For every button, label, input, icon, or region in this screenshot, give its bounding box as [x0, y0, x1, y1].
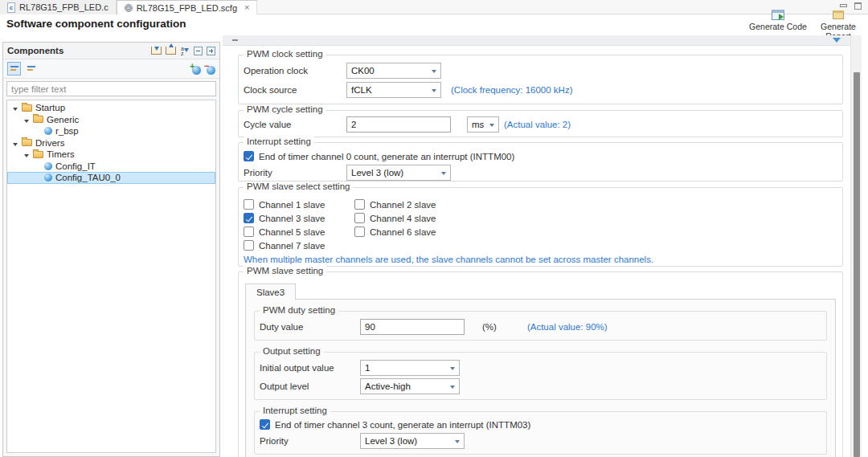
folder-icon — [33, 151, 43, 158]
group-legend: PWM slave setting — [244, 266, 326, 275]
generate-report-button[interactable]: Generate Report — [809, 8, 868, 32]
components-tree: Startup Generic r_bsp Drivers Timers — [6, 100, 216, 453]
initial-output-value-select[interactable]: 1 — [360, 360, 460, 376]
group-legend: Interrupt setting — [260, 406, 330, 415]
tree-item-r-bsp[interactable]: r_bsp — [7, 125, 215, 137]
channel-1-slave-checkbox[interactable] — [244, 199, 254, 210]
output-setting-group: Output setting Initial output value 1 Ou… — [254, 352, 827, 400]
output-level-select[interactable]: Active-high — [360, 378, 460, 394]
section-header-strip — [223, 35, 850, 46]
close-icon[interactable]: × — [244, 3, 249, 12]
component-icon — [44, 173, 52, 182]
view-components-icon[interactable] — [7, 62, 21, 75]
scrollbar-thumb[interactable] — [854, 72, 860, 457]
tab-label: RL78G15_FPB_LED.c — [19, 2, 108, 12]
components-panel: Components + − Startup — [2, 42, 220, 457]
tab-scfg-file[interactable]: RL78G15_FPB_LED.scfg × — [117, 0, 258, 14]
slave-interrupt-enable-label: End of timer channel 3 count, generate a… — [275, 420, 530, 430]
import-icon[interactable] — [151, 47, 162, 55]
collapse-section-icon[interactable] — [833, 38, 841, 43]
tree-item-config-tau0-0[interactable]: Config_TAU0_0 — [7, 172, 215, 184]
interrupt-enable-label: End of timer channel 0 count, generate a… — [259, 152, 514, 161]
output-level-label: Output level — [260, 382, 360, 391]
operation-clock-label: Operation clock — [244, 66, 346, 75]
group-legend: PWM clock setting — [244, 49, 326, 59]
editor-tab-bar: c RL78G15_FPB_LED.c RL78G15_FPB_LED.scfg… — [0, 0, 868, 14]
c-file-icon: c — [7, 2, 15, 13]
chevron-down-icon[interactable] — [13, 103, 20, 112]
chevron-down-icon — [489, 124, 494, 127]
tab-label: RL78G15_FPB_LED.scfg — [137, 3, 237, 13]
chevron-down-icon — [432, 70, 436, 73]
filter-input[interactable] — [6, 81, 216, 96]
editor-header: Software component configuration Generat… — [0, 14, 868, 35]
vertical-scrollbar[interactable] — [850, 35, 862, 457]
priority-select[interactable]: Level 3 (low) — [346, 165, 451, 181]
group-legend: PWM slave select setting — [244, 182, 353, 191]
channel-4-slave: Channel 4 slave — [350, 211, 461, 225]
components-title: Components — [7, 46, 63, 55]
group-legend: PWM duty setting — [260, 305, 338, 315]
remove-component-icon[interactable]: − — [204, 63, 215, 75]
components-toolbar: + − — [3, 59, 219, 79]
slave-interrupt-enable-checkbox[interactable] — [260, 419, 270, 430]
chevron-down-icon — [450, 386, 455, 389]
slave-select-note: When multiple master channels are used, … — [244, 255, 842, 264]
clock-frequency-note: (Clock frequency: 16000 kHz) — [451, 85, 572, 95]
interrupt-enable-checkbox[interactable] — [244, 151, 254, 161]
duty-value-input[interactable] — [360, 319, 465, 335]
duty-value-label: Duty value — [260, 322, 360, 332]
add-component-icon[interactable]: + — [190, 63, 201, 75]
generate-report-icon — [833, 10, 844, 19]
chevron-down-icon[interactable] — [24, 149, 31, 159]
export-icon[interactable] — [166, 47, 176, 55]
channel-7-slave: Channel 7 slave — [239, 239, 350, 252]
cycle-value-input[interactable] — [346, 116, 451, 133]
channel-3-slave: Channel 3 slave — [239, 211, 350, 225]
generate-code-icon — [772, 10, 784, 20]
cycle-actual-value-note: (Actual value: 2) — [504, 120, 571, 129]
tree-item-drivers[interactable]: Drivers — [7, 137, 215, 149]
components-panel-header: Components — [3, 43, 219, 59]
folder-icon — [22, 139, 32, 146]
channel-7-slave-checkbox[interactable] — [244, 240, 254, 251]
sort-az-icon[interactable] — [180, 46, 190, 55]
channel-5-slave-checkbox[interactable] — [244, 226, 254, 237]
cycle-unit-select[interactable]: ms — [467, 116, 499, 133]
tree-item-config-it[interactable]: Config_IT — [7, 161, 215, 173]
chevron-down-icon[interactable] — [13, 138, 20, 148]
component-icon — [44, 127, 52, 135]
tree-item-startup[interactable]: Startup — [7, 102, 215, 114]
component-icon — [44, 162, 52, 170]
duty-unit-label: (%) — [482, 322, 497, 332]
operation-clock-select[interactable]: CK00 — [346, 63, 441, 79]
channel-2-slave: Channel 2 slave — [350, 198, 461, 211]
generate-code-button[interactable]: Generate Code — [746, 8, 810, 32]
tree-item-timers[interactable]: Timers — [7, 149, 215, 161]
pwm-clock-setting-group: PWM clock setting Operation clock CK00 C… — [238, 55, 843, 104]
pwm-slave-setting-group: PWM slave setting Slave3 PWM duty settin… — [238, 271, 843, 457]
interrupt-setting-group: Interrupt setting End of timer channel 0… — [238, 142, 843, 182]
priority-label: Priority — [244, 168, 346, 177]
expand-all-icon[interactable] — [207, 47, 215, 55]
pwm-cycle-setting-group: PWM cycle setting Cycle value ms (Actual… — [238, 110, 843, 137]
channel-2-slave-checkbox[interactable] — [354, 199, 365, 210]
tab-slave3[interactable]: Slave3 — [245, 284, 296, 300]
clock-source-select[interactable]: fCLK — [346, 82, 441, 98]
collapse-all-icon[interactable] — [194, 47, 203, 55]
channel-6-slave-checkbox[interactable] — [354, 226, 365, 237]
minimize-icon[interactable] — [840, 4, 847, 7]
tree-item-generic[interactable]: Generic — [7, 114, 215, 126]
chevron-down-icon — [441, 172, 446, 175]
group-legend: PWM cycle setting — [244, 104, 326, 114]
channel-4-slave-checkbox[interactable] — [354, 213, 365, 223]
channel-3-slave-checkbox[interactable] — [244, 213, 254, 223]
config-panel: PWM clock setting Operation clock CK00 C… — [223, 35, 850, 457]
chevron-down-icon[interactable] — [24, 115, 31, 124]
view-hardware-icon[interactable] — [24, 62, 38, 75]
tab-source-file[interactable]: c RL78G15_FPB_LED.c — [0, 0, 117, 14]
slave-priority-select[interactable]: Level 3 (low) — [360, 433, 465, 449]
folder-icon — [22, 104, 32, 112]
pwm-duty-setting-group: PWM duty setting Duty value (%) (Actual … — [254, 311, 827, 341]
slave-interrupt-setting-group: Interrupt setting End of timer channel 3… — [254, 411, 827, 455]
